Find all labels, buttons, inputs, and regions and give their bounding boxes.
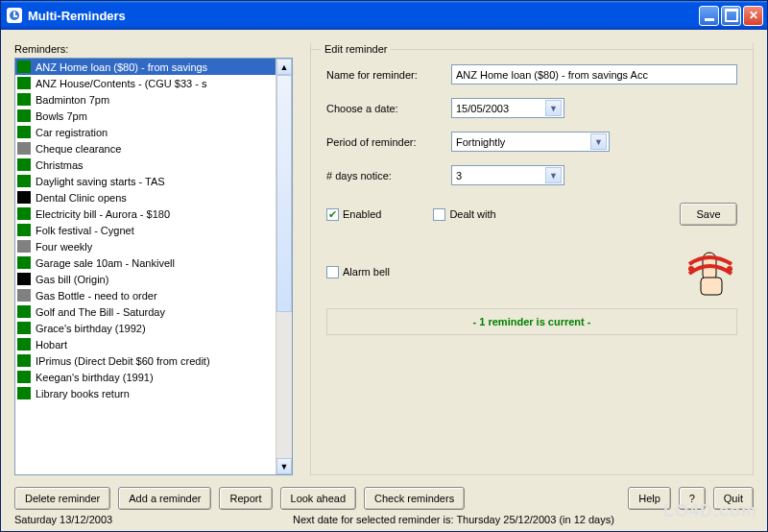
status-swatch [17,371,31,383]
date-combo[interactable]: 15/05/2003 ▼ [451,98,564,118]
top-area: Reminders: ANZ Home loan ($80) - from sa… [14,43,754,475]
edit-reminder-group: Edit reminder Name for reminder: Choose … [310,43,754,475]
app-icon [7,8,22,23]
list-item[interactable]: Car registration [15,124,276,140]
period-value: Fortnightly [456,136,505,148]
status-swatch [17,338,31,351]
list-item[interactable]: Keegan's birthday (1991) [15,369,276,385]
list-item[interactable]: Cheque clearance [15,140,276,157]
vertical-scrollbar[interactable]: ▲ ▼ [276,59,292,474]
list-item-text: Hobart [36,339,67,351]
list-item-text: Grace's birthday (1992) [36,323,146,334]
list-item[interactable]: Dental Clinic opens [15,189,276,206]
reminders-listbox[interactable]: ANZ Home loan ($80) - from savingsANZ Ho… [14,58,293,475]
date-value: 15/05/2003 [456,103,509,114]
group-title: Edit reminder [321,43,391,55]
status-swatch [17,126,31,138]
status-swatch [17,354,31,367]
list-item[interactable]: Gas bill (Origin) [15,271,276,287]
status-swatch [17,240,31,253]
list-item[interactable]: Gas Bottle - need to order [15,287,276,303]
list-item-text: Car registration [36,127,108,138]
date-label: Choose a date: [326,103,451,114]
list-item-text: Daylight saving starts - TAS [36,176,165,187]
client-area: Reminders: ANZ Home loan ($80) - from sa… [1,30,767,531]
scroll-thumb[interactable] [276,75,292,312]
enabled-checkbox-row[interactable]: ✔ Enabled [326,208,381,221]
list-item[interactable]: Golf and The Bill - Saturday [15,303,276,320]
list-item[interactable]: ANZ House/Contents - (CGU $33 - s [15,75,276,91]
titlebar[interactable]: Multi-Reminders [1,1,767,30]
name-label: Name for reminder: [326,69,451,81]
list-item[interactable]: Library books return [15,385,276,401]
scroll-up-button[interactable]: ▲ [276,59,292,75]
chevron-down-icon: ▼ [545,100,562,116]
days-combo[interactable]: 3 ▼ [451,165,564,185]
list-item[interactable]: Christmas [15,157,276,173]
minimize-button[interactable] [699,6,719,26]
window-controls [699,6,763,26]
svg-rect-4 [701,278,722,295]
check-reminders-button[interactable]: Check reminders [364,487,465,510]
svg-rect-1 [13,12,15,15]
list-item[interactable]: Electricity bill - Aurora - $180 [15,206,276,222]
list-inner: ANZ Home loan ($80) - from savingsANZ Ho… [15,59,276,474]
left-column: Reminders: ANZ Home loan ($80) - from sa… [14,43,293,475]
status-swatch [17,322,31,334]
list-item-text: Gas Bottle - need to order [36,290,157,302]
reminders-label: Reminders: [14,43,293,55]
list-item[interactable]: Hobart [15,336,276,352]
close-button[interactable] [743,6,763,26]
chevron-down-icon: ▼ [545,167,562,183]
list-item-text: Christmas [36,159,84,171]
list-item[interactable]: Grace's birthday (1992) [15,320,276,336]
status-swatch [17,224,31,236]
list-item-text: Four weekly [36,241,92,253]
list-item[interactable]: Four weekly [15,238,276,254]
status-swatch [17,256,31,269]
list-item-text: Keegan's birthday (1991) [36,372,154,383]
alarm-checkbox-row[interactable]: Alarm bell [326,266,390,278]
list-item[interactable]: Garage sale 10am - Nankivell [15,254,276,271]
status-swatch [17,109,31,122]
save-button[interactable]: Save [680,203,737,226]
maximize-button[interactable] [721,6,741,26]
status-date: Saturday 13/12/2003 [14,514,293,525]
svg-point-5 [688,266,694,272]
enabled-checkbox[interactable]: ✔ [326,208,339,221]
status-swatch [17,289,31,302]
status-swatch [17,207,31,220]
list-item-text: Golf and The Bill - Saturday [36,306,165,318]
delete-reminder-button[interactable]: Delete reminder [14,487,110,510]
list-item[interactable]: Bowls 7pm [15,108,276,124]
name-input[interactable] [451,64,737,85]
look-ahead-button[interactable]: Look ahead [280,487,357,510]
dealt-checkbox-row[interactable]: Dealt with [433,208,495,221]
list-item-text: Badminton 7pm [36,94,109,106]
scroll-down-button[interactable]: ▼ [276,458,292,474]
status-swatch [17,158,31,171]
status-line: Saturday 13/12/2003 Next date for select… [14,512,754,525]
svg-rect-2 [13,15,17,17]
list-item[interactable]: IPrimus (Direct Debit $60 from credit) [15,352,276,369]
dealt-label: Dealt with [449,208,495,220]
watermark: LO4D.com [663,501,757,521]
period-combo[interactable]: Fortnightly ▼ [451,132,610,152]
list-item-text: Electricity bill - Aurora - $180 [36,208,170,220]
add-reminder-button[interactable]: Add a reminder [118,487,211,510]
list-item-text: Dental Clinic opens [36,192,127,204]
status-swatch [17,273,31,285]
list-item[interactable]: ANZ Home loan ($80) - from savings [15,59,276,75]
list-item[interactable]: Badminton 7pm [15,91,276,108]
chevron-down-icon: ▼ [590,133,607,150]
dealt-checkbox[interactable] [433,208,445,221]
alarm-checkbox[interactable] [326,266,339,278]
scroll-track[interactable] [276,75,292,458]
list-item[interactable]: Daylight saving starts - TAS [15,173,276,189]
list-item-text: Folk festival - Cygnet [36,225,134,236]
bottom-button-bar: Delete reminder Add a reminder Report Lo… [14,475,754,512]
report-button[interactable]: Report [219,487,272,510]
list-item-text: Bowls 7pm [36,110,87,122]
list-item[interactable]: Folk festival - Cygnet [15,222,276,238]
status-swatch [17,305,31,318]
